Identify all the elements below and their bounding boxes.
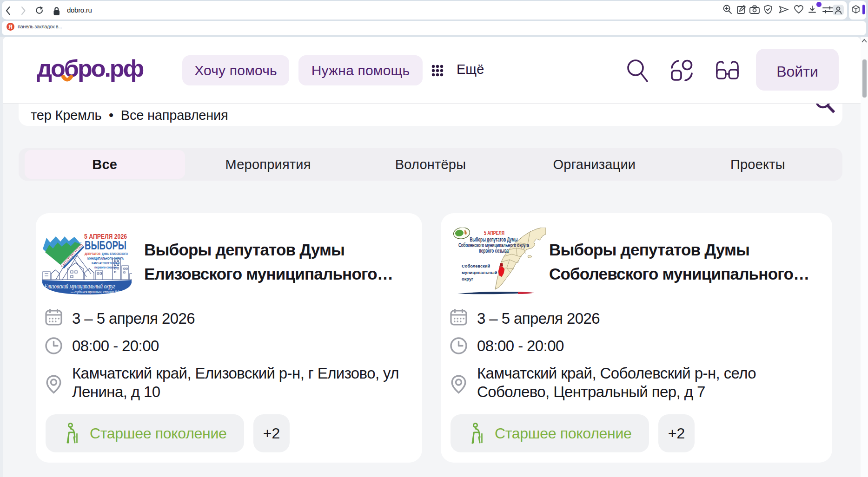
svg-text:Соболевский: Соболевский: [462, 264, 490, 268]
svg-text:ДУМЫ ЕЛИЗОВСКОГО: ДУМЫ ЕЛИЗОВСКОГО: [102, 252, 128, 256]
svg-text:Елизовский муниципальный округ: Елизовский муниципальный округ: [44, 283, 115, 290]
svg-text:КАМЧАТСКОГО КРАЯ: КАМЧАТСКОГО КРАЯ: [92, 261, 119, 265]
svg-text:муниципальный: муниципальный: [462, 270, 497, 275]
svg-text:— гордимся прошлым, строим буд: — гордимся прошлым, строим будущее!: [70, 289, 127, 294]
svg-text:первого созыва: первого созыва: [94, 265, 117, 269]
svg-text:5 АПРЕЛЯ: 5 АПРЕЛЯ: [484, 230, 504, 236]
svg-text:ДЕПУТАТОВ: ДЕПУТАТОВ: [85, 252, 100, 256]
svg-text:МУНИЦИПАЛЬНОГО ОКРУГА: МУНИЦИПАЛЬНОГО ОКРУГА: [87, 256, 124, 261]
svg-text:первого созыва: первого созыва: [479, 248, 509, 254]
svg-text:ВЫБОРЫ: ВЫБОРЫ: [85, 239, 126, 252]
svg-text:округ: округ: [462, 277, 473, 281]
